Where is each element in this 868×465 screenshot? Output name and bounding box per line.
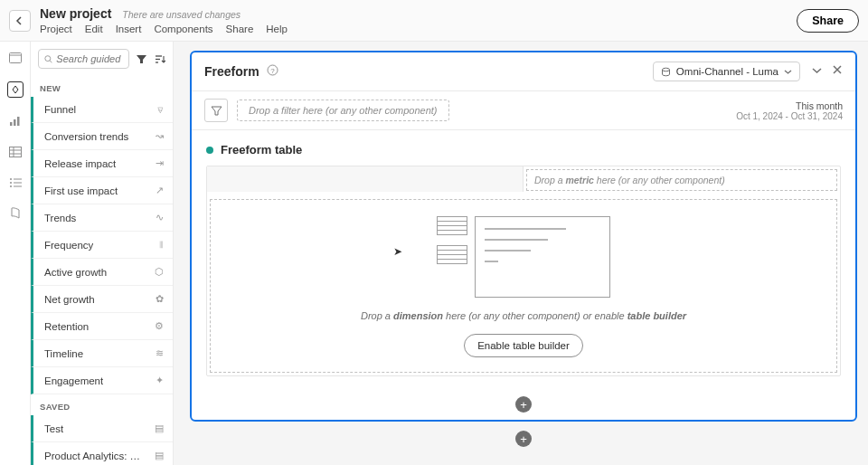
unsaved-changes-label: There are unsaved changes <box>122 9 241 20</box>
component-sidebar: NEW Funnel⍫ Conversion trends↝ Release i… <box>31 42 174 465</box>
saved-icon: ▤ <box>155 422 164 434</box>
menu-edit[interactable]: Edit <box>85 24 103 34</box>
enable-table-builder-button[interactable]: Enable table builder <box>464 334 583 357</box>
sidebar-item-frequency[interactable]: Frequency⫴ <box>31 232 173 259</box>
add-visualization-button[interactable]: + <box>515 396 532 413</box>
date-range[interactable]: This month Oct 1, 2024 - Oct 31, 2024 <box>736 100 843 121</box>
dataview-label: Omni-Channel - Luma <box>676 66 778 77</box>
left-rail <box>0 42 31 465</box>
retention-icon: ⚙ <box>155 320 164 332</box>
drop-filter-zone[interactable]: Drop a filter here (or any other compone… <box>237 100 449 121</box>
timeline-icon: ≋ <box>156 347 164 359</box>
viz-color-dot <box>206 147 213 154</box>
dimension-drop-zone[interactable]: Drop a dimension here (or any other comp… <box>210 199 837 373</box>
impact-icon: ⇥ <box>156 157 164 169</box>
date-range-text: Oct 1, 2024 - Oct 31, 2024 <box>736 111 843 121</box>
svg-rect-5 <box>9 147 21 157</box>
sidebar-item-trends[interactable]: Trends∿ <box>31 204 173 232</box>
filter-icon[interactable] <box>135 52 147 65</box>
sidebar-item-first-use-impact[interactable]: First use impact↗ <box>31 177 173 204</box>
svg-line-16 <box>50 60 52 62</box>
search-input[interactable] <box>56 53 123 64</box>
canvas: Freeform ? Omni-Channel - Luma Drop a fi… <box>174 42 868 465</box>
menubar: Project Edit Insert Components Share Hel… <box>40 24 797 34</box>
freeform-table-title[interactable]: Freeform table <box>221 143 302 157</box>
metric-drop-zone[interactable]: Drop a metric here (or any other compone… <box>526 169 837 191</box>
section-saved-label: SAVED <box>31 394 173 415</box>
sidebar-item-engagement[interactable]: Engagement✦ <box>31 367 173 394</box>
menu-help[interactable]: Help <box>266 24 288 34</box>
project-title[interactable]: New project <box>40 6 111 21</box>
svg-rect-3 <box>14 119 16 126</box>
panel-title[interactable]: Freeform <box>204 64 259 79</box>
list-icon[interactable] <box>8 176 23 190</box>
saved-icon: ▤ <box>155 450 164 461</box>
funnel-icon: ⍫ <box>157 104 164 115</box>
sort-icon[interactable] <box>153 52 165 65</box>
trend-icon: ↝ <box>156 130 164 142</box>
collapse-icon[interactable] <box>811 64 823 79</box>
sidebar-item-timeline[interactable]: Timeline≋ <box>31 340 173 367</box>
data-dictionary-icon[interactable] <box>8 206 23 221</box>
back-button[interactable] <box>9 10 31 32</box>
menu-components[interactable]: Components <box>154 24 212 34</box>
chevron-down-icon <box>784 68 792 76</box>
sidebar-item-release-impact[interactable]: Release impact⇥ <box>31 150 173 177</box>
menu-share[interactable]: Share <box>226 24 254 34</box>
share-button[interactable]: Share <box>797 9 859 33</box>
menu-insert[interactable]: Insert <box>116 24 142 34</box>
sidebar-item-net-growth[interactable]: Net growth✿ <box>31 286 173 313</box>
guided-analysis-icon[interactable] <box>7 81 24 98</box>
visualizations-icon[interactable] <box>8 114 23 128</box>
section-new-label: NEW <box>31 76 173 97</box>
add-panel-button[interactable]: + <box>515 431 532 447</box>
trends-icon: ∿ <box>156 212 164 223</box>
table-placeholder-image <box>437 216 610 298</box>
svg-point-9 <box>10 178 12 180</box>
sidebar-item-funnel[interactable]: Funnel⍫ <box>31 97 173 123</box>
date-label: This month <box>736 100 843 111</box>
close-icon[interactable] <box>832 64 843 79</box>
dimension-hint: Drop a dimension here (or any other comp… <box>361 310 686 321</box>
dataview-selector[interactable]: Omni-Channel - Luma <box>653 62 800 81</box>
sidebar-item-test[interactable]: Test▤ <box>31 415 173 442</box>
table-icon[interactable] <box>8 145 23 159</box>
search-wrapper[interactable] <box>38 49 129 69</box>
search-icon <box>44 54 52 64</box>
info-icon[interactable]: ? <box>267 64 278 79</box>
svg-text:?: ? <box>270 67 275 75</box>
frequency-icon: ⫴ <box>159 239 164 251</box>
svg-point-22 <box>662 68 669 71</box>
title-area: New project There are unsaved changes Pr… <box>40 6 797 34</box>
growth-icon: ⬡ <box>155 266 164 278</box>
svg-rect-0 <box>9 53 21 63</box>
freeform-panel: Freeform ? Omni-Channel - Luma Drop a fi… <box>190 51 857 422</box>
sidebar-item-active-growth[interactable]: Active growth⬡ <box>31 259 173 286</box>
dimension-header-cell[interactable] <box>207 166 524 192</box>
svg-rect-4 <box>17 117 20 126</box>
sidebar-item-conversion-trends[interactable]: Conversion trends↝ <box>31 123 173 150</box>
svg-rect-2 <box>10 122 13 126</box>
net-growth-icon: ✿ <box>156 293 164 305</box>
filter-zone-icon[interactable] <box>204 99 228 122</box>
data-icon <box>661 67 671 77</box>
freeform-table: Drop a metric here (or any other compone… <box>206 166 841 376</box>
sidebar-item-product-analytics[interactable]: Product Analytics: Campai…▤ <box>31 442 173 465</box>
panel-icon[interactable] <box>8 51 23 65</box>
menu-project[interactable]: Project <box>40 24 72 34</box>
svg-point-11 <box>10 182 12 184</box>
first-use-icon: ↗ <box>156 185 164 196</box>
engagement-icon: ✦ <box>156 375 164 386</box>
svg-point-13 <box>10 185 12 187</box>
sidebar-item-retention[interactable]: Retention⚙ <box>31 313 173 340</box>
svg-point-15 <box>45 55 51 61</box>
